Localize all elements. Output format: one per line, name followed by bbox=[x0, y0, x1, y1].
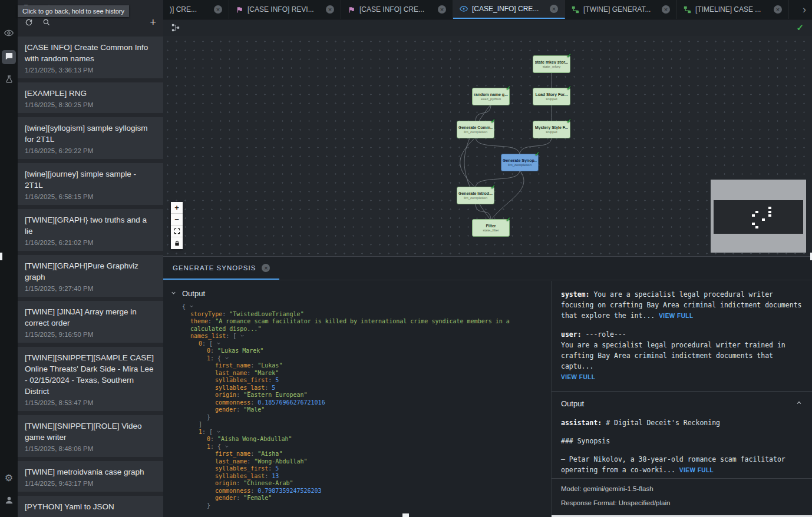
tab-close-icon[interactable]: × bbox=[326, 5, 334, 14]
add-prompt-button[interactable]: + bbox=[150, 17, 156, 28]
collapse-caret-icon[interactable] bbox=[189, 303, 194, 310]
tab-close-icon[interactable]: × bbox=[438, 5, 446, 14]
graph-node[interactable]: Generate Introd...llm_completion✓ bbox=[457, 187, 494, 204]
tab-close-icon[interactable]: × bbox=[662, 5, 670, 14]
prompt-timestamp: 1/14/2025, 9:43:17 PM bbox=[25, 480, 156, 487]
collapse-caret-icon[interactable] bbox=[240, 333, 245, 339]
json-value: [ bbox=[209, 429, 213, 435]
graph-icon bbox=[684, 6, 691, 14]
minimap[interactable] bbox=[711, 180, 806, 253]
json-line: 1: [ bbox=[163, 429, 551, 436]
tab-close-icon[interactable]: × bbox=[214, 5, 222, 14]
json-line: names_list: [ bbox=[163, 333, 551, 340]
user-message-line2: You are a specialist legal procedural wr… bbox=[561, 340, 803, 372]
minimap-node-dot bbox=[768, 211, 771, 213]
editor-tab[interactable]: )] CRE...× bbox=[163, 0, 229, 19]
settings-button[interactable]: ⚙ bbox=[2, 471, 16, 485]
collapse-caret-icon[interactable] bbox=[225, 355, 229, 362]
tab-close-icon[interactable]: × bbox=[774, 5, 782, 14]
prompt-list-item[interactable]: [twine][journey] simple sample - 2T1L1/1… bbox=[18, 163, 163, 205]
graph-node[interactable]: state mkey stor...state_mkey✓ bbox=[533, 55, 570, 73]
json-key: gender bbox=[215, 495, 236, 501]
json-key: syllables_last bbox=[215, 473, 265, 479]
tab-overflow-chevron-icon[interactable]: › bbox=[797, 0, 812, 19]
sidebar-item-experiments[interactable] bbox=[2, 73, 16, 87]
json-line: origin: "Chinese-Arab" bbox=[163, 480, 551, 488]
json-line: commonness: 0.18576966276721016 bbox=[163, 399, 551, 407]
editor-tab[interactable]: [CASE_INFO] CRE...× bbox=[453, 0, 565, 19]
bottom-tab-generate-synopsis[interactable]: GENERATE SYNOPSIS × bbox=[163, 257, 279, 280]
model-footer: Model: gemini/gemini-1.5-flash Response … bbox=[552, 478, 812, 515]
user-view-full-link[interactable]: VIEW FULL bbox=[561, 374, 595, 380]
graph-node[interactable]: random name g...exec_python✓ bbox=[472, 88, 510, 105]
editor-tab[interactable]: [TIMELINE] CASE ...× bbox=[677, 0, 789, 19]
prompt-timestamp: 1/15/2025, 9:27:40 PM bbox=[25, 285, 156, 292]
panel-resize-grip-bottom[interactable] bbox=[402, 513, 409, 517]
prompt-list-item[interactable]: [TWINE][SNIPPET][ROLE] Video game writer… bbox=[18, 415, 163, 457]
system-view-full-link[interactable]: VIEW FULL bbox=[659, 313, 693, 319]
editor-tab[interactable]: [CASE INFO] CRE...× bbox=[341, 0, 453, 19]
editor-tab-bar: )] CRE...×[CASE INFO] REVI...×[CASE INFO… bbox=[163, 0, 812, 19]
fit-view-button[interactable] bbox=[171, 226, 183, 237]
right-output-header[interactable]: Output bbox=[561, 399, 803, 409]
bottom-tab-close-icon[interactable]: × bbox=[262, 264, 270, 272]
prompt-list-item[interactable]: [CASE INFO] Create Common Info with rand… bbox=[18, 37, 163, 78]
editor-tab[interactable]: [TWINE] GENERAT...× bbox=[565, 0, 677, 19]
json-value: "Aisha" bbox=[258, 450, 282, 457]
prompt-timestamp: 1/15/2025, 8:53:47 PM bbox=[25, 399, 156, 406]
json-line: gender: "Female" bbox=[163, 495, 551, 502]
graph-node[interactable]: Load Story For...snippet✓ bbox=[533, 88, 570, 105]
editor-tab[interactable]: [CASE INFO] REVI...× bbox=[229, 0, 341, 19]
json-key: syllables_last bbox=[215, 385, 265, 391]
graph-node[interactable]: Generate Synop...llm_completion✓ bbox=[501, 154, 539, 171]
system-role-label: system: bbox=[561, 290, 589, 299]
graph-node[interactable]: Mystery Style F...snippet✓ bbox=[533, 121, 570, 138]
prompt-list-item[interactable]: [TWINE] [JINJA] Array merge in correct o… bbox=[18, 301, 163, 343]
graph-node[interactable]: Generate Comm...llm_completion✓ bbox=[457, 121, 494, 138]
panel-resize-grip-left[interactable] bbox=[0, 253, 2, 260]
json-line: storyType: "TwistedLoveTriangle" bbox=[163, 311, 551, 319]
output-section-header[interactable]: Output bbox=[163, 287, 551, 301]
prompt-list-item[interactable]: [EXAMPLE] RNG1/16/2025, 8:30:25 PM bbox=[18, 82, 163, 113]
tab-label: [CASE_INFO] CRE... bbox=[472, 5, 546, 13]
auto-layout-icon[interactable] bbox=[171, 24, 180, 32]
refresh-icon[interactable] bbox=[25, 18, 33, 26]
collapse-caret-icon[interactable] bbox=[225, 443, 229, 450]
prompt-list-item[interactable]: [twine][syllogism] sample syllogism for … bbox=[18, 117, 163, 159]
prompt-list-item[interactable]: [TWINE][GRAPH]Pure Graphviz graph1/15/20… bbox=[18, 255, 163, 297]
prompt-list-item[interactable]: [TWINE][GRAPH} two truths and a lie1/16/… bbox=[18, 209, 163, 251]
assistant-view-full-link[interactable]: VIEW FULL bbox=[679, 467, 714, 473]
tabs-container: )] CRE...×[CASE INFO] REVI...×[CASE INFO… bbox=[163, 0, 797, 19]
node-check-icon: ✓ bbox=[491, 118, 496, 124]
prompt-list-item[interactable]: [TWINE] metroidvania case graph1/14/2025… bbox=[18, 461, 163, 492]
zoom-out-button[interactable]: − bbox=[171, 214, 183, 226]
node-check-icon: ✓ bbox=[535, 151, 540, 157]
eye-icon bbox=[4, 28, 14, 40]
user-message-line1: ---role--- bbox=[586, 330, 626, 339]
zoom-in-button[interactable]: + bbox=[171, 202, 183, 214]
tab-label: [CASE INFO] CRE... bbox=[359, 5, 434, 14]
tab-close-icon[interactable]: × bbox=[550, 5, 558, 13]
prompt-list-item[interactable]: [PYTHON] Yaml to JSON bbox=[18, 496, 163, 517]
json-value: } bbox=[207, 414, 210, 420]
collapse-caret-icon[interactable] bbox=[216, 429, 221, 435]
json-key: first_name bbox=[215, 362, 250, 369]
node-title: Generate Synop... bbox=[503, 158, 537, 163]
graph-node[interactable]: Filterstate_filter✓ bbox=[472, 219, 510, 237]
prompt-list-item[interactable]: [TWINE][SNIPPET][SAMPLE CASE] Online Thr… bbox=[18, 347, 163, 411]
account-button[interactable] bbox=[2, 494, 16, 508]
node-check-icon: ✓ bbox=[506, 85, 511, 91]
sidebar-item-prompts[interactable] bbox=[2, 50, 16, 64]
tab-label: [CASE INFO] REVI... bbox=[247, 5, 322, 14]
json-line: commonness: 0.7987359247526203 bbox=[163, 488, 551, 495]
json-key: first_name bbox=[215, 450, 250, 457]
graph-canvas[interactable]: state mkey stor...state_mkey✓random name… bbox=[163, 19, 812, 256]
search-icon[interactable] bbox=[42, 18, 51, 26]
messages-panel: system: You are a specialist legal proce… bbox=[551, 281, 812, 517]
json-line: ] bbox=[163, 421, 551, 429]
sidebar-item-preview[interactable] bbox=[2, 27, 16, 41]
collapse-caret-icon[interactable] bbox=[216, 340, 221, 347]
json-value: 5 bbox=[275, 465, 279, 472]
user-message: user: ---role--- You are a specialist le… bbox=[561, 329, 803, 383]
lock-button[interactable] bbox=[171, 237, 183, 249]
